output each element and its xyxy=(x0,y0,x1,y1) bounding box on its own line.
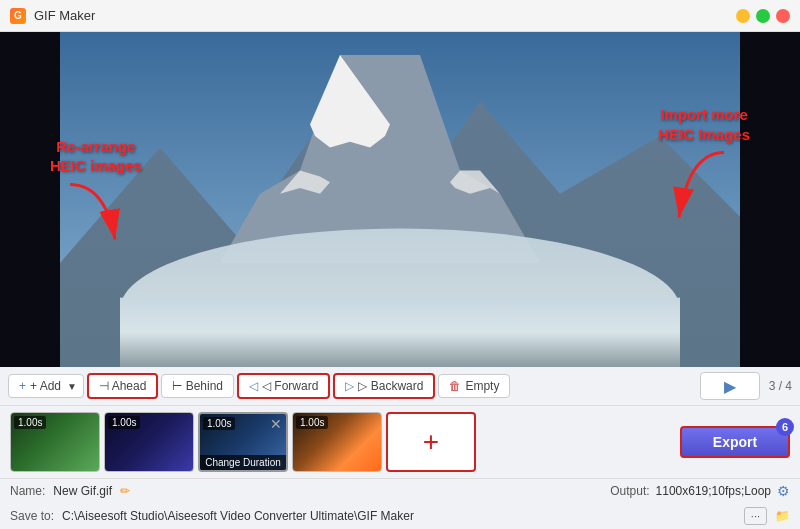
edit-name-icon[interactable]: ✏ xyxy=(120,484,130,498)
export-label: Export xyxy=(713,434,757,450)
folder-icon[interactable]: 📁 xyxy=(775,509,790,523)
name-label: Name: xyxy=(10,484,45,498)
app-icon: G xyxy=(10,8,26,24)
thumbnail-2[interactable]: 1.00s xyxy=(104,412,194,472)
ahead-button[interactable]: ⊣ Ahead xyxy=(87,373,158,399)
forward-label: ◁ Forward xyxy=(262,379,318,393)
thumb-1-duration: 1.00s xyxy=(14,416,46,429)
empty-label: Empty xyxy=(465,379,499,393)
backward-icon: ▷ xyxy=(345,379,354,393)
add-more-button[interactable]: + xyxy=(386,412,476,472)
title-bar: G GIF Maker xyxy=(0,0,800,32)
svg-rect-7 xyxy=(120,298,680,367)
empty-icon: 🗑 xyxy=(449,379,461,393)
thumbnail-4[interactable]: 1.00s xyxy=(292,412,382,472)
more-options-button[interactable]: ··· xyxy=(744,507,767,525)
add-dropdown-icon: ▼ xyxy=(67,381,77,392)
thumbnails-strip: 1.00s 1.00s 1.00s ✕ Change Duration 1.00… xyxy=(0,406,800,478)
video-preview-area: Re-arrange HEIC images Import more HEIC … xyxy=(0,32,800,367)
forward-button[interactable]: ◁ ◁ Forward xyxy=(237,373,330,399)
thumbnail-1[interactable]: 1.00s xyxy=(10,412,100,472)
app-title: GIF Maker xyxy=(34,8,736,23)
minimize-button[interactable] xyxy=(736,9,750,23)
thumb-3-duration: 1.00s xyxy=(203,417,235,430)
mountain-svg xyxy=(60,32,740,367)
output-label: Output: xyxy=(610,484,649,498)
forward-icon: ◁ xyxy=(249,379,258,393)
add-label: + Add xyxy=(30,379,61,393)
empty-button[interactable]: 🗑 Empty xyxy=(438,374,510,398)
maximize-button[interactable] xyxy=(756,9,770,23)
thumb-2-duration: 1.00s xyxy=(108,416,140,429)
file-info-bar: Name: New Gif.gif ✏ Output: 1100x619;10f… xyxy=(0,478,800,503)
save-label: Save to: xyxy=(10,509,54,523)
page-info: 3 / 4 xyxy=(769,379,792,393)
thumbnail-3[interactable]: 1.00s ✕ Change Duration xyxy=(198,412,288,472)
save-path-value: C:\Aiseesoft Studio\Aiseesoft Video Conv… xyxy=(62,509,736,523)
settings-icon[interactable]: ⚙ xyxy=(777,483,790,499)
add-more-icon: + xyxy=(423,426,439,458)
name-value: New Gif.gif xyxy=(53,484,112,498)
behind-label: ⊢ Behind xyxy=(172,379,223,393)
output-value: 1100x619;10fps;Loop xyxy=(656,484,771,498)
change-duration-label[interactable]: Change Duration xyxy=(200,455,286,470)
play-button[interactable]: ▶ xyxy=(700,372,760,400)
backward-label: ▷ Backward xyxy=(358,379,423,393)
output-section: Output: 1100x619;10fps;Loop ⚙ xyxy=(610,483,790,499)
thumb-3-close-icon[interactable]: ✕ xyxy=(270,416,282,432)
ahead-label: ⊣ Ahead xyxy=(99,379,146,393)
save-bar: Save to: C:\Aiseesoft Studio\Aiseesoft V… xyxy=(0,503,800,529)
left-panel xyxy=(0,32,60,367)
add-icon: + xyxy=(19,379,26,393)
thumb-4-duration: 1.00s xyxy=(296,416,328,429)
behind-button[interactable]: ⊢ Behind xyxy=(161,374,234,398)
right-panel xyxy=(740,32,800,367)
export-badge: 6 xyxy=(776,418,794,436)
backward-button[interactable]: ▷ ▷ Backward xyxy=(333,373,435,399)
play-icon: ▶ xyxy=(724,377,736,396)
add-button[interactable]: + + Add ▼ xyxy=(8,374,84,398)
close-button[interactable] xyxy=(776,9,790,23)
export-button[interactable]: Export xyxy=(680,426,790,458)
preview-frame xyxy=(60,32,740,367)
bottom-panel: + + Add ▼ ⊣ Ahead ⊢ Behind ◁ ◁ Forward ▷… xyxy=(0,367,800,529)
toolbar-row: + + Add ▼ ⊣ Ahead ⊢ Behind ◁ ◁ Forward ▷… xyxy=(0,367,800,406)
window-controls xyxy=(736,9,790,23)
